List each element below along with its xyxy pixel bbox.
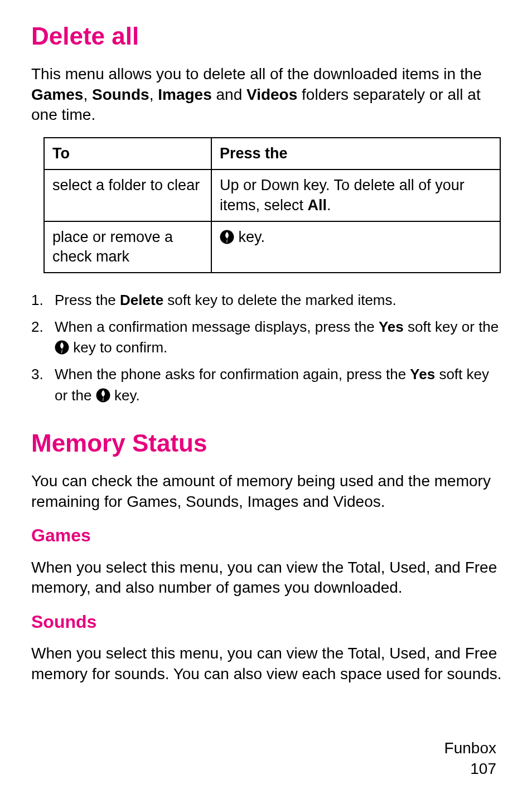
text-bold-games: Games [31,86,83,103]
text-fragment: , [83,86,92,103]
text-fragment: , [149,86,158,103]
i-key-icon: i [55,340,69,355]
instruction-table: To Press the select a folder to clear Up… [43,137,501,273]
text-bold-yes: Yes [410,366,435,382]
text-bold-yes: Yes [379,318,404,335]
numbered-steps: Press the Delete soft key to delete the … [31,290,505,406]
text-fragment: When a confirmation message displays, pr… [55,318,379,335]
table-header-to: To [44,138,211,170]
subheading-games: Games [31,524,505,548]
table-cell-to: place or remove a check mark [44,221,211,273]
list-item: When the phone asks for confirmation aga… [31,364,505,406]
heading-delete-all: Delete all [31,20,505,52]
intro-delete-all: This menu allows you to delete all of th… [31,64,505,125]
page-footer: Funbox 107 [444,738,496,779]
list-item: When a confirmation message displays, pr… [31,317,505,359]
text-fragment: key. [110,387,140,404]
text-bold-delete: Delete [120,292,163,308]
svg-text:i: i [226,238,228,244]
text-games: When you select this menu, you can view … [31,558,505,598]
intro-memory-status: You can check the amount of memory being… [31,471,505,512]
i-key-icon: i [220,230,234,244]
text-bold-sounds: Sounds [92,86,149,103]
page-number: 107 [444,759,496,779]
text-bold-videos: Videos [246,86,297,103]
text-fragment: Press the [55,292,120,308]
table-cell-press: Up or Down key. To delete all of your it… [211,170,500,221]
text-fragment: key. [234,229,265,245]
heading-memory-status: Memory Status [31,427,505,459]
list-item: Press the Delete soft key to delete the … [31,290,505,311]
table-row: place or remove a check mark i key. [44,221,500,273]
table-header-row: To Press the [44,138,500,170]
svg-text:i: i [61,348,63,354]
text-bold-all: All [308,197,327,214]
text-fragment: soft key to delete the marked items. [163,292,396,308]
table-cell-to: select a folder to clear [44,170,211,221]
text-fragment: key to confirm. [69,339,167,356]
text-fragment: When the phone asks for confirmation aga… [55,366,410,382]
text-fragment: . [327,197,331,214]
table-cell-press: i key. [211,221,500,273]
svg-text:i: i [102,395,104,401]
text-fragment: Up or Down key. To delete all of your it… [220,177,465,213]
text-fragment: soft key or the [404,318,499,335]
subheading-sounds: Sounds [31,611,505,634]
text-bold-images: Images [158,86,212,103]
i-key-icon: i [96,388,110,403]
text-fragment: This menu allows you to delete all of th… [31,65,482,83]
table-row: select a folder to clear Up or Down key.… [44,170,500,221]
text-sounds: When you select this menu, you can view … [31,643,505,684]
text-fragment: and [212,86,246,103]
table-header-press: Press the [211,138,500,170]
footer-label: Funbox [444,738,496,758]
